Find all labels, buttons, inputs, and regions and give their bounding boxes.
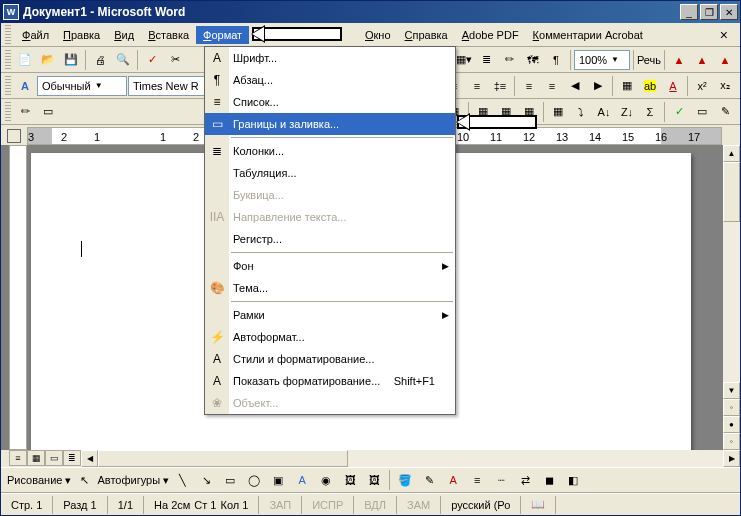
numbering-button[interactable]: ≡ xyxy=(518,75,540,97)
adobe-convert-button[interactable]: ▲ xyxy=(691,49,713,71)
scroll-right-button[interactable]: ▶ xyxy=(723,450,740,467)
drawing-button[interactable]: ✏ xyxy=(499,49,521,71)
menu-item-фон[interactable]: Фон▶ xyxy=(205,255,455,277)
menu-file[interactable]: Файл xyxy=(15,26,56,44)
arrow-style-button[interactable]: ⇄ xyxy=(514,469,536,491)
line-color-button[interactable]: ✎ xyxy=(418,469,440,491)
picture-button[interactable]: 🖼 xyxy=(363,469,385,491)
toolbar-grip[interactable] xyxy=(5,50,11,70)
line-spacing-button[interactable]: ‡≡ xyxy=(489,75,511,97)
draw-table-button[interactable]: ✏ xyxy=(14,101,36,123)
menu-item-абзац[interactable]: ¶Абзац... xyxy=(205,69,455,91)
status-ext[interactable]: ВДЛ xyxy=(354,496,397,514)
menu-item-границы-и-заливка[interactable]: ▭Границы и заливка... xyxy=(205,113,455,135)
autoshapes-menu[interactable]: Автофигуры ▾ xyxy=(97,474,169,487)
menu-item-стили-и-форматирование[interactable]: АСтили и форматирование... xyxy=(205,348,455,370)
cut-button[interactable]: ✂ xyxy=(164,49,186,71)
menu-adobe-pdf[interactable]: Adobe PDF xyxy=(455,26,526,44)
new-doc-button[interactable]: 📄 xyxy=(14,49,36,71)
maximize-button[interactable]: ❐ xyxy=(700,4,718,20)
3d-button[interactable]: ◧ xyxy=(562,469,584,491)
outline-view-button[interactable]: ≣ xyxy=(63,450,81,466)
sort-asc-button[interactable]: A↓ xyxy=(593,101,615,123)
minimize-button[interactable]: _ xyxy=(680,4,698,20)
justify-button[interactable]: ≡ xyxy=(466,75,488,97)
status-ovr[interactable]: ЗАМ xyxy=(397,496,441,514)
menu-view[interactable]: Вид xyxy=(107,26,141,44)
menu-edit[interactable]: Правка xyxy=(56,26,107,44)
styles-button[interactable]: А xyxy=(14,75,36,97)
scroll-thumb-h[interactable] xyxy=(98,450,348,467)
rect-button[interactable]: ▭ xyxy=(691,101,713,123)
browse-object-button[interactable]: ● xyxy=(723,416,740,433)
annotate-button[interactable]: ✎ xyxy=(714,101,736,123)
columns-button[interactable]: ≣ xyxy=(476,49,498,71)
scroll-thumb[interactable] xyxy=(723,162,740,222)
print-view-button[interactable]: ▭ xyxy=(45,450,63,466)
style-combo[interactable]: Обычный▼ xyxy=(37,76,127,96)
scroll-up-button[interactable]: ▲ xyxy=(723,145,740,162)
menu-item-колонки[interactable]: ≣Колонки... xyxy=(205,140,455,162)
doc-close-button[interactable]: × xyxy=(712,27,736,43)
superscript-button[interactable]: x² xyxy=(691,75,713,97)
wordart-button[interactable]: A xyxy=(291,469,313,491)
autosum-button[interactable]: Σ xyxy=(639,101,661,123)
doc-map-button[interactable]: 🗺 xyxy=(522,49,544,71)
line-button[interactable]: ╲ xyxy=(171,469,193,491)
adobe-pdf-button[interactable]: ▲ xyxy=(668,49,690,71)
paint-button[interactable]: ✓ xyxy=(668,101,690,123)
speech-button[interactable]: Речь xyxy=(637,54,661,66)
toolbar-grip[interactable] xyxy=(5,76,11,96)
menu-item-тема[interactable]: 🎨Тема... xyxy=(205,277,455,299)
save-button[interactable]: 💾 xyxy=(60,49,82,71)
eraser-button[interactable]: ▭ xyxy=(37,101,59,123)
tab-selector[interactable] xyxy=(7,129,21,143)
highlight-button[interactable]: ab xyxy=(639,75,661,97)
clipart-button[interactable]: 🖼 xyxy=(339,469,361,491)
rectangle-button[interactable]: ▭ xyxy=(219,469,241,491)
font-color-button-2[interactable]: A xyxy=(442,469,464,491)
status-lang[interactable]: русский (Ро xyxy=(441,496,521,514)
border-button[interactable]: ▦ xyxy=(616,75,638,97)
menu-acrobat-comments[interactable]: Комментарии Acrobat xyxy=(526,26,650,44)
decrease-indent-button[interactable]: ◀ xyxy=(564,75,586,97)
vertical-ruler[interactable] xyxy=(9,145,27,450)
font-combo[interactable]: Times New R xyxy=(128,76,208,96)
draw-menu[interactable]: Рисование ▾ xyxy=(7,474,71,487)
toolbar-grip[interactable] xyxy=(5,102,11,122)
show-marks-button[interactable]: ¶ xyxy=(545,49,567,71)
adobe-mail-button[interactable]: ▲ xyxy=(714,49,736,71)
menu-item-табуляция[interactable]: Табуляция... xyxy=(205,162,455,184)
status-spellcheck-icon[interactable]: 📖 xyxy=(521,496,556,514)
normal-view-button[interactable]: ≡ xyxy=(9,450,27,466)
increase-indent-button[interactable]: ▶ xyxy=(587,75,609,97)
autoformat-table-button[interactable]: ▦ xyxy=(547,101,569,123)
text-direction-button[interactable]: ⤵ xyxy=(570,101,592,123)
line-style-button[interactable]: ≡ xyxy=(466,469,488,491)
bullets-button[interactable]: ≡ xyxy=(541,75,563,97)
close-button[interactable]: ✕ xyxy=(720,4,738,20)
menu-item-автоформат[interactable]: ⚡Автоформат... xyxy=(205,326,455,348)
fill-color-button[interactable]: 🪣 xyxy=(394,469,416,491)
menu-item-рамки[interactable]: Рамки▶ xyxy=(205,304,455,326)
menu-help[interactable]: Справка xyxy=(398,26,455,44)
open-button[interactable]: 📂 xyxy=(37,49,59,71)
scroll-left-button[interactable]: ◀ xyxy=(81,450,98,467)
toolbar-grip[interactable] xyxy=(5,25,11,45)
textbox-button[interactable]: ▣ xyxy=(267,469,289,491)
preview-button[interactable]: 🔍 xyxy=(112,49,134,71)
font-color-button[interactable]: A xyxy=(662,75,684,97)
menu-item-шрифт[interactable]: AШрифт... xyxy=(205,47,455,69)
horizontal-scrollbar[interactable]: ◀ ▶ xyxy=(81,450,740,467)
arrow-button[interactable]: ↘ xyxy=(195,469,217,491)
next-page-button[interactable]: ◦ xyxy=(723,433,740,450)
sort-desc-button[interactable]: Z↓ xyxy=(616,101,638,123)
status-rec[interactable]: ЗАП xyxy=(259,496,302,514)
shadow-button[interactable]: ◼ xyxy=(538,469,560,491)
menu-window[interactable]: Окно xyxy=(358,26,398,44)
spellcheck-button[interactable]: ✓ xyxy=(141,49,163,71)
select-objects-button[interactable]: ↖ xyxy=(73,469,95,491)
menu-item-регистр[interactable]: Регистр... xyxy=(205,228,455,250)
diagram-button[interactable]: ◉ xyxy=(315,469,337,491)
print-button[interactable]: 🖨 xyxy=(89,49,111,71)
